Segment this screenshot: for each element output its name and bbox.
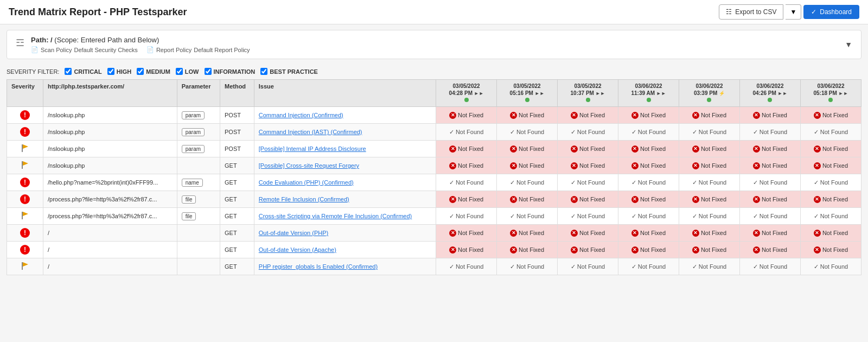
filter-low[interactable]: LOW — [176, 68, 199, 75]
not-fixed-icon: ✕ — [753, 145, 760, 153]
issue-cell[interactable]: [Possible] Cross-site Request Forgery — [254, 157, 436, 174]
status-cell-0: ✓ Not Found — [436, 174, 497, 191]
not-found-label: Not Found — [760, 213, 787, 219]
not-found-label: Not Found — [760, 263, 787, 270]
not-found-icon: ✓ — [753, 129, 758, 136]
filter-critical[interactable]: CRITICAL — [65, 68, 101, 75]
table-row: /GETPHP register_globals Is Enabled (Con… — [7, 258, 861, 275]
issue-link[interactable]: Cross-site Scripting via Remote File Inc… — [259, 213, 412, 219]
not-fixed-icon: ✕ — [449, 112, 456, 119]
issue-link[interactable]: Out-of-date Version (PHP) — [259, 230, 328, 236]
status-cell-2: ✕ Not Fixed — [558, 225, 618, 242]
table-container: Severity http://php.testsparker.com/ Par… — [7, 79, 861, 275]
not-fixed-label: Not Fixed — [701, 230, 726, 236]
status-cell-0: ✕ Not Fixed — [436, 225, 497, 242]
status-cell-3: ✕ Not Fixed — [618, 157, 679, 174]
parameter-badge: file — [182, 195, 196, 204]
severity-cell: ! — [7, 174, 43, 191]
not-fixed-icon: ✕ — [631, 196, 639, 203]
parameter-cell — [177, 157, 220, 174]
issue-cell[interactable]: Cross-site Scripting via Remote File Inc… — [254, 208, 436, 225]
not-found-icon: ✓ — [631, 179, 636, 186]
issue-cell[interactable]: Command Injection (IAST) (Confirmed) — [254, 124, 436, 141]
not-found-label: Not Found — [577, 213, 605, 219]
not-fixed-icon: ✕ — [753, 230, 760, 237]
not-fixed-icon: ✕ — [631, 162, 639, 169]
issue-cell[interactable]: Code Evaluation (PHP) (Confirmed) — [254, 174, 436, 191]
not-found-label: Not Found — [820, 263, 848, 270]
not-fixed-label: Not Fixed — [762, 145, 787, 152]
not-found-icon: ✓ — [571, 179, 576, 186]
not-found-icon: ✓ — [753, 179, 758, 186]
issue-link[interactable]: Command Injection (IAST) (Confirmed) — [259, 129, 362, 135]
method-cell: GET — [220, 157, 254, 174]
status-cell-2: ✕ Not Fixed — [558, 107, 618, 124]
critical-icon: ! — [20, 245, 30, 255]
not-found-label: Not Found — [699, 129, 726, 135]
status-cell-3: ✕ Not Fixed — [618, 225, 679, 242]
export-dropdown-button[interactable]: ▼ — [786, 4, 801, 20]
parameter-badge: name — [182, 179, 203, 187]
not-fixed-icon: ✕ — [753, 196, 760, 203]
status-cell-1: ✓ Not Found — [497, 258, 558, 275]
parameter-cell: name — [177, 174, 220, 191]
issue-cell[interactable]: Remote File Inclusion (Confirmed) — [254, 191, 436, 208]
table-row: /nslookup.phpparamPOST[Possible] Interna… — [7, 141, 861, 157]
status-cell-5: ✕ Not Fixed — [739, 157, 800, 174]
issue-link[interactable]: [Possible] Cross-site Request Forgery — [259, 162, 359, 169]
not-found-label: Not Found — [699, 213, 726, 219]
issue-cell[interactable]: Out-of-date Version (PHP) — [254, 225, 436, 242]
status-cell-2: ✕ Not Fixed — [558, 141, 618, 157]
not-fixed-icon: ✕ — [692, 145, 699, 153]
filter-best-practice[interactable]: BEST PRACTICE — [260, 68, 318, 75]
status-cell-4: ✕ Not Fixed — [679, 191, 739, 208]
page-title: Trend Matrix Report - PHP Testsparker — [9, 7, 187, 18]
issue-link[interactable]: Command Injection (Confirmed) — [259, 112, 343, 118]
filter-medium[interactable]: MEDIUM — [137, 68, 170, 75]
not-found-icon: ✓ — [692, 179, 697, 186]
issue-link[interactable]: Code Evaluation (PHP) (Confirmed) — [259, 179, 354, 186]
dashboard-button[interactable]: ✓ Dashboard — [803, 5, 859, 19]
not-fixed-icon: ✕ — [692, 196, 699, 203]
not-fixed-icon: ✕ — [571, 162, 578, 169]
not-fixed-label: Not Fixed — [640, 196, 666, 202]
issue-link[interactable]: Remote File Inclusion (Confirmed) — [259, 196, 349, 202]
issue-cell[interactable]: Command Injection (Confirmed) — [254, 107, 436, 124]
scope-collapse-button[interactable]: ▼ — [845, 40, 852, 49]
not-found-icon: ✓ — [814, 213, 819, 220]
not-fixed-label: Not Fixed — [579, 196, 605, 202]
status-cell-0: ✕ Not Fixed — [436, 107, 497, 124]
parameter-cell — [177, 225, 220, 242]
filter-information[interactable]: INFORMATION — [205, 68, 256, 75]
export-csv-button[interactable]: ☷ Export to CSV — [719, 4, 783, 20]
svg-rect-6 — [22, 262, 23, 270]
not-fixed-icon: ✕ — [753, 246, 760, 254]
not-fixed-label: Not Fixed — [701, 246, 726, 253]
not-found-label: Not Found — [516, 129, 544, 135]
not-found-label: Not Found — [638, 213, 666, 219]
not-fixed-icon: ✕ — [814, 112, 821, 119]
not-fixed-label: Not Fixed — [762, 246, 787, 253]
issue-link[interactable]: Out-of-date Version (Apache) — [259, 246, 336, 253]
not-found-icon: ✓ — [449, 213, 454, 220]
status-cell-2: ✓ Not Found — [558, 208, 618, 225]
not-found-icon: ✓ — [631, 263, 636, 270]
col-date-3: 03/05/2022 10:37 PM ►► — [558, 80, 618, 107]
issue-cell[interactable]: [Possible] Internal IP Address Disclosur… — [254, 141, 436, 157]
scope-info: Path: / (Scope: Entered Path and Below) … — [31, 36, 250, 53]
table-row: !/GETOut-of-date Version (Apache) ✕ Not … — [7, 242, 861, 258]
parameter-cell: param — [177, 124, 220, 141]
col-severity: Severity — [7, 80, 43, 107]
status-cell-3: ✓ Not Found — [618, 208, 679, 225]
issue-cell[interactable]: Out-of-date Version (Apache) — [254, 242, 436, 258]
not-found-label: Not Found — [516, 213, 544, 219]
status-cell-6: ✓ Not Found — [800, 208, 861, 225]
url-cell: /nslookup.php — [43, 107, 177, 124]
issue-cell[interactable]: PHP register_globals Is Enabled (Confirm… — [254, 258, 436, 275]
url-cell: /process.php?file=http%3a%2f%2fr87.c... — [43, 191, 177, 208]
url-cell: / — [43, 258, 177, 275]
issue-link[interactable]: PHP register_globals Is Enabled (Confirm… — [259, 263, 378, 270]
severity-cell: ! — [7, 242, 43, 258]
issue-link[interactable]: [Possible] Internal IP Address Disclosur… — [259, 145, 366, 152]
filter-high[interactable]: HIGH — [107, 68, 132, 75]
